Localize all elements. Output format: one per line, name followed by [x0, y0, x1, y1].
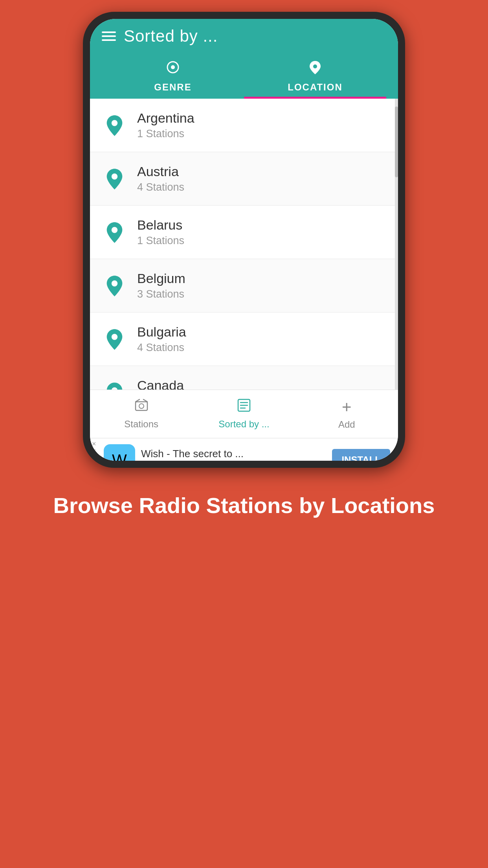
- location-count: 4 Stations: [137, 181, 184, 193]
- location-count: 4 Stations: [137, 342, 186, 354]
- location-name: Argentina: [137, 110, 194, 126]
- svg-rect-9: [136, 402, 147, 410]
- svg-point-1: [171, 65, 175, 69]
- location-tab-icon: [307, 59, 323, 79]
- app-header: Sorted by ... GENRE: [90, 19, 398, 99]
- svg-point-6: [112, 280, 117, 286]
- stations-icon: [134, 398, 149, 416]
- list-item[interactable]: Austria 4 Stations: [90, 152, 398, 206]
- pin-icon: [104, 168, 125, 189]
- pin-icon: [104, 275, 125, 296]
- location-count: 1 Stations: [137, 235, 184, 247]
- nav-stations[interactable]: Stations: [90, 390, 193, 438]
- tab-bar: GENRE LOCATION: [102, 51, 386, 99]
- list-item[interactable]: Belgium 3 Stations: [90, 259, 398, 313]
- ad-banner: ×× W Wish - The secret to ... Google Pla…: [90, 438, 398, 461]
- ad-close-button[interactable]: ××: [92, 440, 96, 454]
- nav-sorted-label: Sorted by ...: [218, 419, 269, 430]
- location-name: Belgium: [137, 271, 185, 286]
- pin-icon: [104, 114, 125, 136]
- svg-point-7: [112, 334, 117, 340]
- bottom-tagline: Browse Radio Stations by Locations: [22, 468, 466, 536]
- location-name: Canada: [137, 378, 184, 390]
- nav-add[interactable]: + Add: [295, 390, 398, 438]
- location-name: Bulgaria: [137, 324, 186, 340]
- pin-icon: [104, 382, 125, 390]
- list-item[interactable]: Canada 6 Stations: [90, 366, 398, 390]
- header-title: Sorted by ...: [124, 27, 218, 46]
- svg-point-3: [112, 120, 117, 126]
- location-tab-label: LOCATION: [288, 82, 343, 93]
- svg-point-5: [112, 227, 117, 233]
- location-name: Austria: [137, 164, 184, 179]
- nav-add-label: Add: [338, 419, 355, 430]
- genre-tab-label: GENRE: [154, 82, 191, 93]
- genre-icon: [165, 59, 181, 79]
- ad-app-icon: W: [104, 444, 135, 461]
- location-count: 3 Stations: [137, 288, 185, 300]
- tab-genre[interactable]: GENRE: [102, 51, 244, 99]
- pin-icon: [104, 221, 125, 243]
- add-icon: +: [342, 398, 352, 417]
- nav-sorted-by[interactable]: Sorted by ...: [193, 390, 295, 438]
- svg-point-2: [313, 64, 317, 68]
- install-button[interactable]: INSTALL: [332, 449, 390, 461]
- pin-icon: [104, 328, 125, 350]
- list-item[interactable]: Argentina 1 Stations: [90, 99, 398, 152]
- location-list: Argentina 1 Stations Austria 4 Stati: [90, 99, 398, 390]
- location-name: Belarus: [137, 217, 184, 233]
- tab-location[interactable]: LOCATION: [244, 51, 386, 99]
- sorted-by-icon: [237, 398, 251, 416]
- list-item[interactable]: Bulgaria 4 Stations: [90, 313, 398, 366]
- list-item[interactable]: Belarus 1 Stations: [90, 206, 398, 259]
- bottom-navigation: Stations Sorted by ... + A: [90, 390, 398, 438]
- location-count: 1 Stations: [137, 128, 194, 140]
- hamburger-menu-icon[interactable]: [102, 31, 116, 41]
- svg-point-10: [139, 404, 144, 408]
- svg-point-4: [112, 173, 117, 179]
- nav-stations-label: Stations: [124, 419, 158, 430]
- ad-title: Wish - The secret to ...: [141, 448, 326, 460]
